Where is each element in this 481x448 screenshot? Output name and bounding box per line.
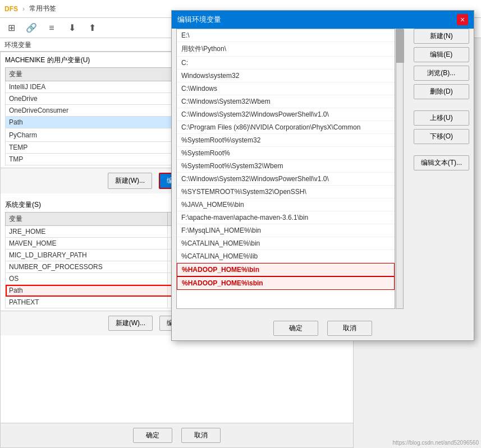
path-list-item[interactable]: %SystemRoot% — [177, 147, 395, 160]
sys-var-cell: NUMBER_OF_PROCESSORS — [6, 261, 168, 273]
download-icon[interactable]: ⬇ — [65, 21, 79, 35]
path-list-item[interactable]: C:\Windows\System32\WindowsPowerShell\v1… — [177, 108, 395, 121]
scroll-thumb[interactable] — [396, 29, 404, 63]
sys-var-cell: JRE_HOME — [6, 226, 168, 238]
edit-delete-button[interactable]: 删除(D) — [414, 84, 469, 99]
path-list-item[interactable]: F:\apache-maven\apache-maven-3.6.1\bin — [177, 211, 395, 224]
sys-var-cell: Path — [6, 285, 168, 297]
path-list-item[interactable]: C:\Windows\System32\WindowsPowerShell\v1… — [177, 173, 395, 186]
path-list-item[interactable]: C:\Program Files (x86)\NVIDIA Corporatio… — [177, 121, 395, 134]
path-list[interactable]: E:\用软件\Python\C:Windows\system32C:\Windo… — [176, 29, 395, 309]
upload-icon[interactable]: ⬆ — [85, 21, 99, 35]
dialog-cancel-button[interactable]: 取消 — [327, 321, 372, 336]
sys-var-cell: PATHEXT — [6, 297, 168, 308]
path-list-item[interactable]: %CATALINA_HOME%\bin — [177, 237, 395, 250]
user-var-cell: PyCharm — [6, 128, 180, 142]
user-new-button[interactable]: 新建(W)... — [108, 173, 152, 189]
env-variables-label: 环境变量 — [0, 38, 180, 52]
dialog-close-button[interactable]: × — [457, 14, 468, 25]
edit-down-button[interactable]: 下移(O) — [414, 129, 469, 144]
edit-edit-button[interactable]: 编辑(E) — [414, 47, 469, 62]
list-icon[interactable]: ≡ — [45, 21, 58, 35]
watermark: https://blog.csdn.net/and52096560 — [393, 440, 479, 446]
link-icon[interactable]: 🔗 — [25, 21, 38, 35]
user-var-cell: TMP — [6, 154, 180, 165]
sys-var-cell: OS — [6, 273, 168, 285]
sys-new-button[interactable]: 新建(W)... — [108, 316, 153, 331]
main-ok-button[interactable]: 确定 — [133, 428, 172, 443]
user-var-cell: Path — [6, 117, 180, 128]
sys-var-cell: MIC_LD_LIBRARY_PATH — [6, 250, 168, 261]
user-var-col-header: 变量 — [6, 68, 180, 81]
path-list-item[interactable]: F:\MysqLINA_HOME%\bin — [177, 224, 395, 237]
sys-var-cell: MAVEN_HOME — [6, 238, 168, 250]
breadcrumb-separator: › — [22, 5, 25, 13]
main-cancel-button[interactable]: 取消 — [181, 428, 221, 443]
grid-icon[interactable]: ⊞ — [4, 21, 18, 35]
edit-dialog-buttons: 新建(N) 编辑(E) 浏览(B)... 删除(D) 上移(U) 下移(O) 编… — [414, 29, 469, 170]
path-list-item[interactable]: %SystemRoot%\system32 — [177, 134, 395, 147]
user-var-cell: TEMP — [6, 142, 180, 154]
edit-up-button[interactable]: 上移(U) — [414, 110, 469, 126]
path-list-item[interactable]: %CATALINA_HOME%\lib — [177, 250, 395, 263]
path-list-item[interactable]: C:\Windows — [177, 82, 395, 95]
env-label-text: 环境变量 — [4, 41, 31, 49]
main-ok-cancel-row: 确定 取消 — [1, 423, 353, 447]
bookmark-label: 常用书签 — [29, 4, 56, 13]
sys-var-col-header: 变量 — [6, 213, 168, 226]
path-list-item[interactable]: %JAVA_HOME%\bin — [177, 198, 395, 211]
path-list-item[interactable]: Windows\system32 — [177, 70, 395, 82]
path-list-item[interactable]: %SystemRoot%\System32\Wbem — [177, 160, 395, 173]
user-var-cell: OneDriveConsumer — [6, 105, 180, 117]
dialog-title: 编辑环境变量 — [177, 15, 221, 25]
dialog-title-bar: 编辑环境变量 × — [172, 11, 474, 29]
path-list-item[interactable]: 用软件\Python\ — [177, 42, 395, 57]
path-list-item[interactable]: C: — [177, 57, 395, 70]
user-var-cell: OneDrive — [6, 93, 180, 105]
edit-browse-button[interactable]: 浏览(B)... — [414, 66, 469, 81]
path-list-item[interactable]: %SYSTEMROOT%\System32\OpenSSH\ — [177, 186, 395, 198]
dialog-ok-cancel-row: 确定 取消 — [176, 321, 469, 336]
path-list-item[interactable]: %HADOOP_HOME%\bin — [177, 263, 395, 276]
path-list-item[interactable]: C:\Windows\System32\Wbem — [177, 95, 395, 108]
edit-env-dialog: 编辑环境变量 × E:\用软件\Python\C:Windows\system3… — [171, 10, 474, 341]
scroll-indicator — [396, 29, 404, 309]
path-list-item[interactable]: E:\ — [177, 29, 395, 42]
user-var-cell: IntelliJ IDEA — [6, 81, 180, 93]
edit-text-button[interactable]: 编辑文本(T)... — [414, 155, 469, 170]
dfs-label: DFS — [4, 5, 18, 13]
edit-new-button[interactable]: 新建(N) — [414, 29, 469, 44]
dialog-ok-button[interactable]: 确定 — [273, 321, 318, 336]
path-list-item[interactable]: %HADOOP_HOME%\sbin — [177, 276, 395, 290]
